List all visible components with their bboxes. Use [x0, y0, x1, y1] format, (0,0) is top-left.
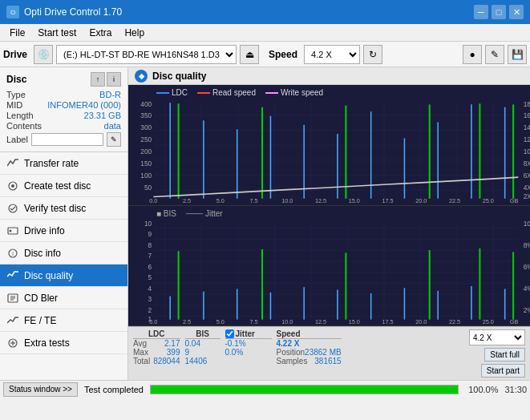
svg-text:4: 4 — [148, 284, 152, 292]
drive-info-icon — [6, 224, 19, 237]
progress-bar-fill — [151, 386, 458, 394]
disc-section: Disc ↑ i Type BD-R MID INFOMER40 (000) L… — [0, 67, 127, 152]
nav-label-fe-te: FE / TE — [24, 315, 56, 326]
ldc-total-label: Total — [133, 357, 150, 365]
jitter-check-row: Jitter — [225, 329, 272, 339]
sidebar-item-transfer-rate[interactable]: Transfer rate — [0, 152, 127, 175]
disc-length-value: 23.31 GB — [84, 111, 121, 120]
svg-text:22.5: 22.5 — [449, 197, 460, 204]
svg-text:300: 300 — [140, 123, 152, 131]
charts-area: LDC Read speed Write speed — [128, 85, 530, 326]
menu-help[interactable]: Help — [118, 26, 151, 40]
samples-value: 381615 — [314, 357, 341, 365]
save-button[interactable]: 💾 — [508, 45, 527, 64]
disc-length-label: Length — [6, 111, 34, 120]
svg-text:6X: 6X — [524, 172, 530, 180]
disc-mid-value: INFOMER40 (000) — [47, 100, 121, 110]
menu-extra[interactable]: Extra — [83, 26, 118, 40]
position-label: Position — [277, 348, 305, 357]
status-window-button[interactable]: Status window >> — [3, 382, 78, 397]
svg-text:8%: 8% — [524, 240, 530, 248]
svg-text:50: 50 — [144, 183, 152, 191]
svg-text:22.5: 22.5 — [449, 317, 460, 325]
create-test-disc-icon — [6, 180, 19, 192]
svg-text:250: 250 — [140, 135, 152, 143]
disc-contents-row: Contents data — [6, 121, 121, 131]
ldc-avg-row: Avg 2.17 — [133, 339, 180, 348]
chart2-container: ■ BIS ─── Jitter 10 9 8 7 — [128, 206, 530, 327]
svg-text:2%: 2% — [524, 305, 530, 313]
sidebar-item-drive-info[interactable]: Drive info — [0, 220, 127, 242]
svg-text:14X: 14X — [524, 123, 530, 131]
read-speed-legend-label: Read speed — [212, 88, 256, 97]
menu-start-test[interactable]: Start test — [31, 26, 83, 40]
disc-load-icon[interactable]: ↑ — [91, 72, 105, 87]
nav-label-verify-test-disc: Verify test disc — [24, 203, 86, 214]
nav-section: Transfer rate Create test disc Verify te… — [0, 152, 127, 380]
sidebar-item-verify-test-disc[interactable]: Verify test disc — [0, 197, 127, 220]
speed-select-stats[interactable]: 4.2 X — [469, 329, 525, 345]
svg-text:4X: 4X — [524, 183, 530, 191]
svg-text:2X: 2X — [524, 192, 530, 200]
sidebar-item-extra-tests[interactable]: Extra tests — [0, 332, 127, 354]
refresh-button[interactable]: ↻ — [363, 45, 382, 64]
disc-label-edit-button[interactable]: ✎ — [107, 132, 121, 147]
svg-text:5.0: 5.0 — [216, 197, 225, 204]
svg-text:6%: 6% — [524, 262, 530, 270]
disc-type-label: Type — [6, 90, 26, 99]
svg-text:10%: 10% — [524, 219, 530, 227]
disc-length-row: Length 23.31 GB — [6, 111, 121, 120]
write-speed-legend-item: Write speed — [265, 88, 323, 97]
jitter-legend-label: ─── Jitter — [186, 209, 223, 218]
ldc-max-value: 399 — [167, 348, 180, 357]
svg-text:18X: 18X — [524, 99, 530, 107]
sidebar-item-disc-info[interactable]: i Disc info — [0, 242, 127, 265]
chart2-svg: 10 9 8 7 6 5 4 3 2 1 10% 8% 6% 4% 2% — [128, 206, 530, 326]
speed-select-toolbar[interactable]: 4.2 X — [304, 45, 360, 64]
nav-label-cd-bler: CD Bler — [24, 293, 58, 304]
disc-info-icon[interactable]: i — [107, 72, 121, 87]
disc-label-input[interactable] — [31, 133, 103, 146]
svg-text:150: 150 — [140, 160, 152, 168]
ldc-max-row: Max 399 — [133, 348, 180, 357]
svg-text:100: 100 — [140, 172, 152, 180]
drive-icon-button[interactable]: 💿 — [34, 45, 53, 64]
nav-label-drive-info: Drive info — [24, 225, 65, 236]
sidebar-item-cd-bler[interactable]: CD Bler — [0, 287, 127, 309]
jitter-checkbox[interactable] — [225, 329, 234, 338]
disc-button[interactable]: ● — [463, 45, 482, 64]
ldc-legend-item: LDC — [156, 88, 188, 97]
sidebar-item-fe-te[interactable]: FE / TE — [0, 309, 127, 332]
start-part-button[interactable]: Start part — [481, 364, 525, 378]
minimize-button[interactable]: ─ — [474, 5, 488, 19]
jitter-max-row: 0.0% — [225, 348, 272, 357]
disc-type-row: Type BD-R — [6, 90, 121, 99]
disc-quality-header: ◈ Disc quality — [128, 67, 530, 85]
drive-select[interactable]: (E:) HL-DT-ST BD-RE WH16NS48 1.D3 — [56, 45, 237, 64]
svg-text:350: 350 — [140, 111, 152, 119]
close-button[interactable]: ✕ — [509, 5, 524, 19]
svg-text:20.0: 20.0 — [415, 197, 427, 204]
eject-button[interactable]: ⏏ — [240, 45, 259, 64]
svg-text:15.0: 15.0 — [349, 317, 360, 325]
sidebar-item-create-test-disc[interactable]: Create test disc — [0, 175, 127, 197]
svg-text:5.0: 5.0 — [216, 317, 225, 325]
sidebar-item-disc-quality[interactable]: Disc quality — [0, 265, 127, 287]
edit-button[interactable]: ✎ — [485, 45, 504, 64]
svg-text:12X: 12X — [524, 135, 530, 143]
svg-rect-63 — [153, 222, 518, 319]
start-full-button[interactable]: Start full — [484, 348, 525, 361]
maximize-button[interactable]: □ — [492, 5, 506, 19]
svg-text:400: 400 — [140, 99, 152, 107]
bis-total-value: 14406 — [185, 357, 208, 365]
speed-header: Speed — [277, 329, 342, 339]
svg-text:3: 3 — [148, 294, 152, 302]
bis-avg-row: 0.04 — [185, 339, 220, 348]
nav-label-disc-quality: Disc quality — [24, 270, 73, 281]
svg-rect-15 — [153, 103, 518, 199]
ldc-header: LDC — [133, 329, 180, 339]
ldc-total-value: 828044 — [153, 357, 180, 365]
menu-file[interactable]: File — [3, 26, 31, 40]
bis-max-row: 9 — [185, 348, 220, 357]
disc-contents-label: Contents — [6, 121, 42, 131]
